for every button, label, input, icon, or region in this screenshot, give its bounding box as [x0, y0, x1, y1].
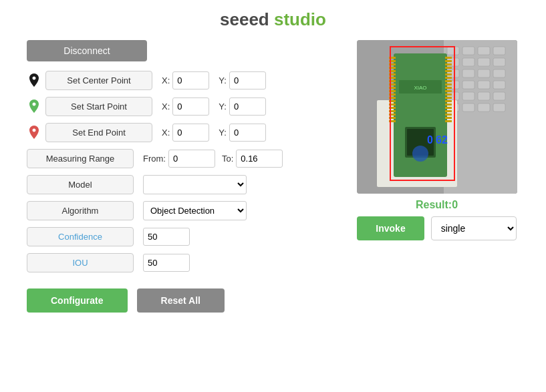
svg-rect-48	[445, 57, 452, 59]
range-from-input[interactable]	[168, 150, 215, 168]
svg-rect-19	[462, 92, 474, 100]
end-y-input[interactable]	[229, 124, 266, 142]
svg-rect-51	[445, 67, 452, 69]
svg-rect-56	[445, 83, 452, 85]
invoke-row: Invoke single continuous	[357, 216, 516, 240]
detection-image: XIAO 0 62	[357, 40, 517, 194]
start-pin-icon	[27, 100, 41, 114]
svg-rect-59	[445, 93, 452, 95]
measuring-range-row: Measuring Range From: To:	[27, 149, 334, 168]
logo-seeed: seeed	[220, 9, 269, 29]
center-y-label: Y:	[219, 75, 227, 85]
start-y-input[interactable]	[229, 97, 266, 116]
svg-rect-7	[462, 58, 474, 66]
result-text: Result:0	[416, 199, 458, 211]
disconnect-button[interactable]: Disconnect	[27, 40, 147, 61]
set-start-row: Set Start Point X: Y:	[27, 97, 334, 116]
svg-text:XIAO: XIAO	[414, 85, 426, 91]
svg-rect-9	[493, 58, 505, 66]
algorithm-row: Algorithm Object Detection Classificatio…	[27, 201, 334, 220]
svg-rect-8	[478, 58, 490, 66]
logo: seeed studio	[220, 9, 326, 29]
logo-studio: studio	[269, 9, 326, 29]
center-x-label: X:	[162, 75, 170, 85]
svg-rect-61	[445, 100, 452, 102]
svg-point-70	[412, 146, 428, 162]
set-end-button[interactable]: Set End Point	[45, 123, 152, 142]
confidence-input[interactable]	[143, 228, 190, 246]
set-center-button[interactable]: Set Center Point	[45, 71, 152, 90]
svg-rect-64	[445, 110, 452, 112]
svg-rect-66	[445, 117, 452, 119]
svg-rect-49	[445, 60, 452, 62]
svg-rect-57	[445, 87, 452, 89]
svg-rect-62	[445, 104, 452, 106]
svg-rect-18	[447, 92, 459, 100]
end-y-label: Y:	[219, 128, 227, 138]
svg-rect-55	[445, 80, 452, 82]
confidence-label: Confidence	[27, 227, 134, 246]
svg-rect-12	[478, 69, 490, 77]
set-end-row: Set End Point X: Y:	[27, 123, 334, 142]
svg-rect-58	[445, 90, 452, 92]
svg-rect-23	[462, 104, 474, 112]
svg-rect-5	[493, 47, 505, 55]
reset-button[interactable]: Reset All	[137, 288, 225, 313]
svg-rect-20	[478, 92, 490, 100]
svg-rect-63	[445, 107, 452, 109]
set-center-row: Set Center Point X: Y:	[27, 71, 334, 90]
configure-button[interactable]: Configurate	[27, 288, 128, 313]
disconnect-row: Disconnect	[27, 40, 334, 61]
svg-rect-11	[462, 69, 474, 77]
svg-rect-17	[493, 81, 505, 89]
svg-rect-15	[462, 81, 474, 89]
range-to-input[interactable]	[236, 150, 283, 168]
svg-rect-24	[478, 104, 490, 112]
svg-rect-16	[478, 81, 490, 89]
model-label: Model	[27, 175, 134, 194]
center-x-input[interactable]	[172, 71, 209, 89]
main-content: Disconnect Set Center Point X: Y: Set St…	[0, 40, 546, 313]
svg-rect-2	[447, 47, 459, 55]
end-pin-icon	[27, 126, 41, 140]
svg-rect-53	[445, 73, 452, 75]
svg-rect-65	[445, 114, 452, 116]
invoke-mode-select[interactable]: single continuous	[431, 216, 517, 240]
end-x-label: X:	[162, 128, 170, 138]
svg-rect-25	[493, 104, 505, 112]
svg-rect-21	[493, 92, 505, 100]
confidence-row: Confidence	[27, 227, 334, 246]
svg-rect-60	[445, 97, 452, 99]
left-panel: Disconnect Set Center Point X: Y: Set St…	[27, 40, 334, 313]
start-y-label: Y:	[219, 102, 227, 112]
iou-label: IOU	[27, 253, 134, 272]
set-start-button[interactable]: Set Start Point	[45, 97, 152, 116]
end-x-input[interactable]	[172, 124, 209, 142]
svg-rect-50	[445, 63, 452, 65]
svg-rect-52	[445, 70, 452, 72]
svg-rect-3	[462, 47, 474, 55]
center-pin-icon	[27, 73, 41, 88]
svg-rect-13	[493, 69, 505, 77]
action-row: Configurate Reset All	[27, 288, 334, 313]
svg-text:0: 0	[427, 134, 433, 146]
svg-rect-4	[478, 47, 490, 55]
range-to-label: To:	[222, 154, 233, 164]
right-panel: XIAO 0 62 Result:0 Invoke single continu…	[354, 40, 519, 313]
svg-text:62: 62	[436, 134, 448, 146]
svg-rect-67	[445, 120, 452, 122]
model-select[interactable]: Model A Model B	[143, 175, 247, 194]
iou-row: IOU	[27, 253, 334, 272]
range-from-label: From:	[143, 154, 166, 164]
measuring-range-label: Measuring Range	[27, 149, 134, 168]
svg-rect-54	[445, 77, 452, 79]
start-x-input[interactable]	[172, 97, 209, 116]
iou-input[interactable]	[143, 254, 190, 272]
model-row: Model Model A Model B	[27, 175, 334, 194]
start-x-label: X:	[162, 102, 170, 112]
header: seeed studio	[0, 0, 546, 37]
invoke-button[interactable]: Invoke	[357, 216, 424, 240]
center-y-input[interactable]	[229, 71, 266, 89]
algorithm-select[interactable]: Object Detection Classification Segmenta…	[143, 201, 247, 220]
algorithm-label: Algorithm	[27, 201, 134, 220]
